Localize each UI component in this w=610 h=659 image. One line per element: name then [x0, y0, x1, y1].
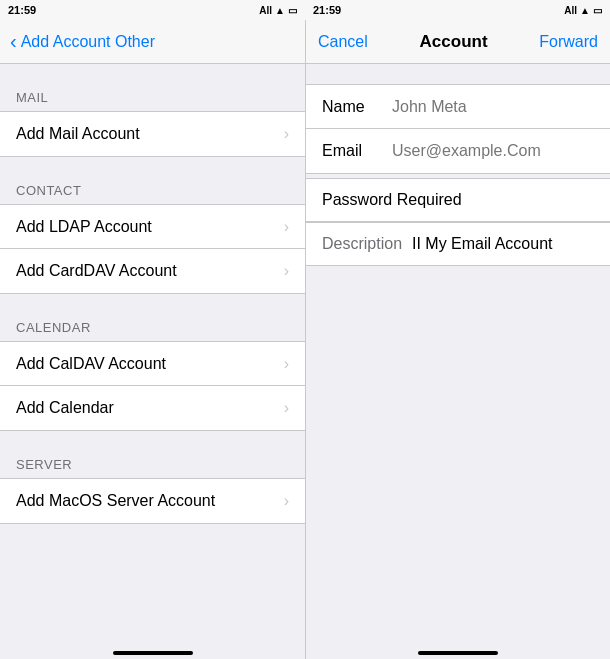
list-container: MAIL Add Mail Account › Contact Add LDAP… — [0, 64, 305, 639]
chevron-icon-carddav: › — [284, 262, 289, 280]
description-label: Description — [322, 235, 412, 253]
content-area: ‹ Add Account Other MAIL Add Mail Accoun… — [0, 20, 610, 659]
back-button[interactable]: ‹ Add Account Other — [10, 30, 155, 53]
add-calendar-item[interactable]: Add Calendar › — [0, 386, 305, 430]
add-mail-account-item[interactable]: Add Mail Account › — [0, 112, 305, 156]
time-left: 21:59 — [8, 4, 36, 16]
chevron-icon-server: › — [284, 492, 289, 510]
chevron-icon-ldap: › — [284, 218, 289, 236]
forward-button[interactable]: Forward — [539, 33, 598, 51]
add-mail-account-label: Add Mail Account — [16, 125, 140, 143]
section-header-calendar: CALENDAR — [0, 314, 305, 341]
mail-group: Add Mail Account › — [0, 111, 305, 157]
email-row: Email — [306, 129, 610, 173]
chevron-icon: › — [284, 125, 289, 143]
wifi-icon-left: ▲ — [275, 5, 285, 16]
cancel-button[interactable]: Cancel — [318, 33, 368, 51]
add-carddav-account-item[interactable]: Add CardDAV Account › — [0, 249, 305, 293]
status-icons-right: All ▲ ▭ — [564, 5, 602, 16]
back-label: Add Account Other — [21, 33, 155, 51]
account-title: Account — [420, 32, 488, 52]
status-icons-left: All ▲ ▭ — [259, 5, 297, 16]
home-bar-left — [113, 651, 193, 655]
name-label: Name — [322, 98, 392, 116]
add-calendar-label: Add Calendar — [16, 399, 114, 417]
home-indicator-left — [0, 639, 305, 659]
add-ldap-label: Add LDAP Account — [16, 218, 152, 236]
chevron-icon-caldav: › — [284, 355, 289, 373]
password-required-row[interactable]: Password Required — [306, 178, 610, 222]
spacer-1 — [0, 157, 305, 177]
password-required-label: Password Required — [322, 191, 462, 209]
calendar-group: Add CalDAV Account › Add Calendar › — [0, 341, 305, 431]
status-bar: 21:59 All ▲ ▭ 21:59 All ▲ ▭ — [0, 0, 610, 20]
add-macos-server-item[interactable]: Add MacOS Server Account › — [0, 479, 305, 523]
wifi-icon-right: ▲ — [580, 5, 590, 16]
home-bar-right — [418, 651, 498, 655]
description-row: Description II My Email Account — [306, 222, 610, 266]
home-indicator-right — [306, 639, 610, 659]
right-nav-bar: Cancel Account Forward — [306, 20, 610, 64]
section-header-mail: MAIL — [0, 84, 305, 111]
status-bar-right: 21:59 All ▲ ▭ — [305, 0, 610, 20]
add-caldav-account-item[interactable]: Add CalDAV Account › — [0, 342, 305, 386]
add-macos-label: Add MacOS Server Account — [16, 492, 215, 510]
back-arrow-icon: ‹ — [10, 30, 17, 53]
battery-icon-right: ▭ — [593, 5, 602, 16]
email-input[interactable] — [392, 142, 594, 160]
time-right: 21:59 — [313, 4, 341, 16]
status-bar-left: 21:59 All ▲ ▭ — [0, 0, 305, 20]
left-nav-bar: ‹ Add Account Other — [0, 20, 305, 64]
spacer-3 — [0, 431, 305, 451]
name-input[interactable] — [392, 98, 594, 116]
battery-icon-left: ▭ — [288, 5, 297, 16]
right-panel: Cancel Account Forward Name Email Passwo… — [305, 20, 610, 659]
chevron-icon-calendar: › — [284, 399, 289, 417]
section-header-server: SERVER — [0, 451, 305, 478]
add-caldav-label: Add CalDAV Account — [16, 355, 166, 373]
account-form: Name Email — [306, 84, 610, 174]
description-value: II My Email Account — [412, 235, 553, 253]
server-group: Add MacOS Server Account › — [0, 478, 305, 524]
carrier-left: All — [259, 5, 272, 16]
add-ldap-account-item[interactable]: Add LDAP Account › — [0, 205, 305, 249]
carrier-right: All — [564, 5, 577, 16]
name-row: Name — [306, 85, 610, 129]
left-panel: ‹ Add Account Other MAIL Add Mail Accoun… — [0, 20, 305, 659]
contact-group: Add LDAP Account › Add CardDAV Account › — [0, 204, 305, 294]
section-header-contact: Contact — [0, 177, 305, 204]
spacer-2 — [0, 294, 305, 314]
add-carddav-label: Add CardDAV Account — [16, 262, 177, 280]
email-label: Email — [322, 142, 392, 160]
